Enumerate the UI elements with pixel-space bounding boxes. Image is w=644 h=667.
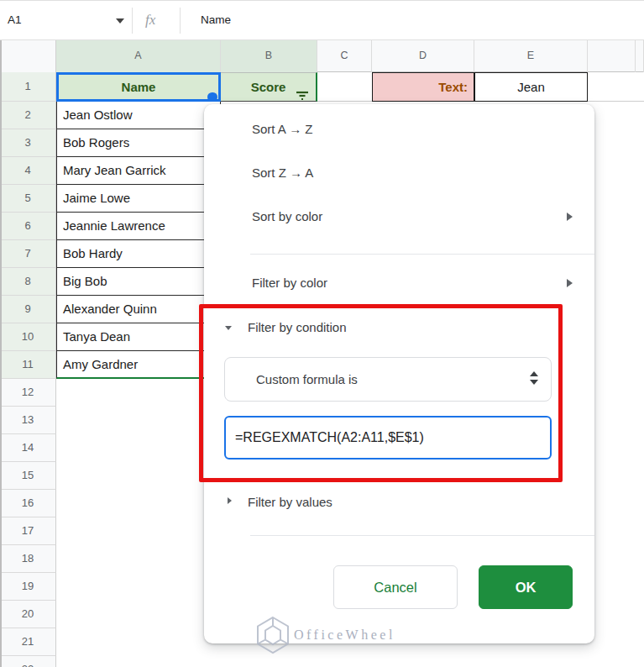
watermark-text: OfficeWheel bbox=[294, 628, 395, 643]
cell-C1[interactable] bbox=[317, 72, 372, 102]
menu-item-filter-by-color[interactable]: Filter by color bbox=[204, 261, 594, 305]
row-header-8[interactable]: 8 bbox=[0, 268, 56, 296]
row-header-14[interactable]: 14 bbox=[0, 434, 56, 462]
cell-D1[interactable]: Text: bbox=[372, 72, 474, 102]
row-header-6[interactable]: 6 bbox=[0, 213, 56, 240]
column-header-D[interactable]: D bbox=[372, 40, 474, 72]
menu-item-sort-az[interactable]: Sort A → Z bbox=[204, 108, 594, 151]
condition-select[interactable]: Custom formula is bbox=[224, 357, 552, 402]
cell-B1-label: Score bbox=[251, 80, 286, 94]
row-header-7[interactable]: 7 bbox=[0, 240, 56, 268]
menu-item-label: Filter by condition bbox=[248, 320, 347, 334]
submenu-arrow-icon bbox=[567, 213, 573, 221]
cell-A6[interactable]: Jeannie Lawrence bbox=[56, 213, 221, 240]
row-header-22[interactable]: 22 bbox=[0, 656, 56, 667]
cell-A7[interactable]: Bob Hardy bbox=[56, 240, 221, 268]
row-header-11[interactable]: 11 bbox=[0, 351, 56, 379]
cell-A11[interactable]: Amy Gardner bbox=[56, 351, 221, 379]
row-header-2[interactable]: 2 bbox=[0, 102, 56, 129]
menu-item-filter-by-values[interactable]: Filter by values bbox=[204, 481, 594, 524]
cell-E1[interactable]: Jean bbox=[474, 72, 588, 102]
gridline bbox=[588, 72, 644, 102]
menu-divider bbox=[250, 254, 594, 255]
name-box-dropdown-icon[interactable] bbox=[116, 18, 124, 24]
row-header-15[interactable]: 15 bbox=[0, 462, 56, 490]
row-header-4[interactable]: 4 bbox=[0, 157, 56, 185]
menu-item-sort-by-color[interactable]: Sort by color bbox=[204, 195, 594, 239]
filter-dropdown-menu: Sort A → Z Sort Z → A Sort by color Filt… bbox=[204, 104, 594, 643]
formula-bar-value[interactable]: Name bbox=[201, 1, 231, 39]
row-header-13[interactable]: 13 bbox=[0, 407, 56, 434]
menu-divider bbox=[250, 535, 594, 536]
spreadsheet-app: A1 fx Name ABCDE 12345678910111213141516… bbox=[0, 0, 644, 667]
cancel-button[interactable]: Cancel bbox=[333, 565, 458, 609]
watermark: OfficeWheel bbox=[255, 616, 395, 654]
divider bbox=[132, 8, 133, 34]
cell-A10[interactable]: Tanya Dean bbox=[56, 323, 221, 351]
menu-item-label: Filter by color bbox=[252, 276, 327, 290]
row-header-18[interactable]: 18 bbox=[0, 545, 56, 573]
cell-A8[interactable]: Big Bob bbox=[56, 268, 221, 296]
cell-B1[interactable]: Score bbox=[221, 72, 317, 102]
column-header-B[interactable]: B bbox=[221, 40, 317, 72]
cell-A1[interactable]: Name bbox=[56, 72, 221, 102]
custom-formula-input[interactable] bbox=[224, 416, 552, 460]
row-header-16[interactable]: 16 bbox=[0, 490, 56, 517]
selection-fill-handle[interactable] bbox=[207, 92, 217, 102]
column-header-E[interactable]: E bbox=[474, 40, 588, 72]
menu-item-label: Filter by values bbox=[248, 495, 332, 509]
row-header-3[interactable]: 3 bbox=[0, 129, 56, 157]
cell-A4[interactable]: Mary Jean Garrick bbox=[56, 157, 221, 185]
column-header-C[interactable]: C bbox=[317, 40, 372, 72]
officewheel-logo-icon bbox=[255, 616, 291, 654]
row-header-21[interactable]: 21 bbox=[0, 628, 56, 656]
row-header-10[interactable]: 10 bbox=[0, 323, 56, 351]
condition-select-value: Custom formula is bbox=[256, 372, 358, 386]
row-header-5[interactable]: 5 bbox=[0, 185, 56, 213]
cell-A2[interactable]: Jean Ostlow bbox=[56, 102, 221, 129]
unfold-more-icon bbox=[530, 371, 538, 385]
expand-arrow-icon bbox=[228, 497, 232, 504]
menu-item-sort-za[interactable]: Sort Z → A bbox=[204, 151, 594, 195]
row-header-12[interactable]: 12 bbox=[0, 379, 56, 407]
ok-button[interactable]: OK bbox=[479, 565, 573, 609]
row-header-19[interactable]: 19 bbox=[0, 573, 56, 601]
column-header[interactable] bbox=[588, 40, 636, 72]
left-edge bbox=[0, 40, 2, 667]
formula-bar: A1 fx Name bbox=[0, 0, 644, 40]
cell-A9[interactable]: Alexander Quinn bbox=[56, 296, 221, 323]
cell-A5[interactable]: Jaime Lowe bbox=[56, 185, 221, 213]
name-box[interactable]: A1 bbox=[8, 1, 22, 39]
menu-item-filter-by-condition[interactable]: Filter by condition bbox=[204, 306, 594, 349]
row-header-17[interactable]: 17 bbox=[0, 517, 56, 545]
row-header-9[interactable]: 9 bbox=[0, 296, 56, 323]
cell-A3[interactable]: Bob Rogers bbox=[56, 129, 221, 157]
fx-icon: fx bbox=[145, 1, 155, 39]
column-header[interactable] bbox=[636, 40, 644, 72]
select-all-corner[interactable] bbox=[0, 40, 56, 72]
column-header-A[interactable]: A bbox=[56, 40, 221, 72]
row-header-20[interactable]: 20 bbox=[0, 601, 56, 628]
collapse-arrow-icon bbox=[225, 326, 232, 330]
row-header-1[interactable]: 1 bbox=[0, 72, 56, 102]
menu-item-label: Sort by color bbox=[252, 209, 322, 223]
submenu-arrow-icon bbox=[567, 279, 573, 287]
divider bbox=[180, 8, 181, 34]
